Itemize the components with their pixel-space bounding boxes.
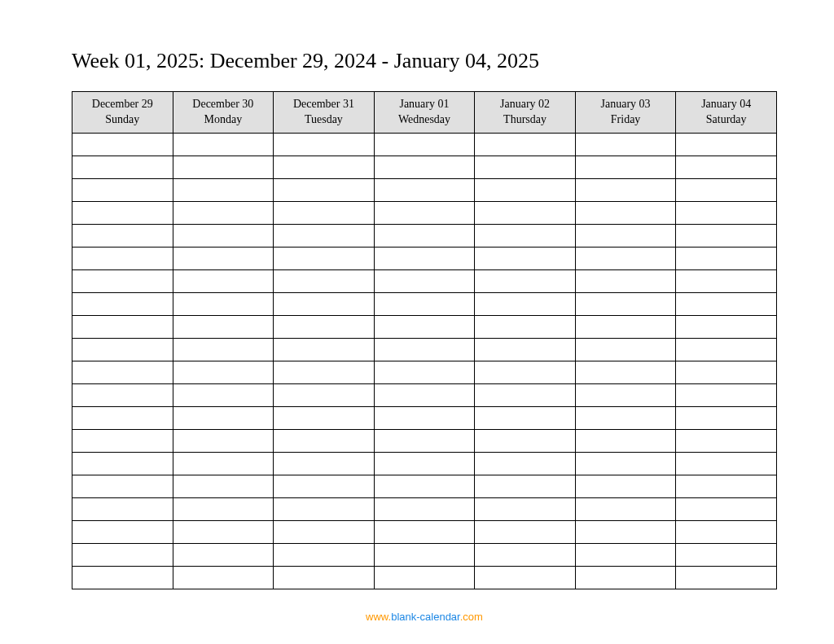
calendar-cell[interactable]: [374, 520, 475, 543]
calendar-cell[interactable]: [72, 497, 173, 520]
calendar-cell[interactable]: [676, 406, 777, 429]
calendar-cell[interactable]: [274, 497, 375, 520]
calendar-cell[interactable]: [676, 133, 777, 156]
calendar-cell[interactable]: [274, 201, 375, 224]
calendar-cell[interactable]: [475, 429, 576, 452]
calendar-cell[interactable]: [676, 224, 777, 247]
calendar-cell[interactable]: [575, 292, 676, 315]
calendar-cell[interactable]: [374, 224, 475, 247]
calendar-cell[interactable]: [475, 543, 576, 566]
calendar-cell[interactable]: [72, 429, 173, 452]
calendar-cell[interactable]: [173, 383, 274, 406]
calendar-cell[interactable]: [274, 543, 375, 566]
calendar-cell[interactable]: [575, 133, 676, 156]
calendar-cell[interactable]: [173, 224, 274, 247]
calendar-cell[interactable]: [676, 543, 777, 566]
calendar-cell[interactable]: [374, 383, 475, 406]
calendar-cell[interactable]: [173, 247, 274, 269]
calendar-cell[interactable]: [274, 566, 375, 589]
calendar-cell[interactable]: [173, 201, 274, 224]
calendar-cell[interactable]: [676, 452, 777, 475]
calendar-cell[interactable]: [374, 133, 475, 156]
calendar-cell[interactable]: [173, 429, 274, 452]
calendar-cell[interactable]: [274, 269, 375, 292]
calendar-cell[interactable]: [173, 292, 274, 315]
calendar-cell[interactable]: [173, 452, 274, 475]
calendar-cell[interactable]: [676, 178, 777, 201]
calendar-cell[interactable]: [475, 315, 576, 338]
calendar-cell[interactable]: [274, 452, 375, 475]
calendar-cell[interactable]: [475, 224, 576, 247]
calendar-cell[interactable]: [575, 178, 676, 201]
calendar-cell[interactable]: [72, 269, 173, 292]
calendar-cell[interactable]: [676, 156, 777, 178]
calendar-cell[interactable]: [575, 429, 676, 452]
calendar-cell[interactable]: [575, 497, 676, 520]
calendar-cell[interactable]: [575, 406, 676, 429]
calendar-cell[interactable]: [173, 361, 274, 383]
calendar-cell[interactable]: [173, 178, 274, 201]
calendar-cell[interactable]: [374, 315, 475, 338]
calendar-cell[interactable]: [72, 361, 173, 383]
calendar-cell[interactable]: [72, 452, 173, 475]
calendar-cell[interactable]: [374, 452, 475, 475]
calendar-cell[interactable]: [173, 520, 274, 543]
calendar-cell[interactable]: [475, 201, 576, 224]
calendar-cell[interactable]: [274, 292, 375, 315]
calendar-cell[interactable]: [374, 361, 475, 383]
calendar-cell[interactable]: [676, 429, 777, 452]
calendar-cell[interactable]: [575, 315, 676, 338]
calendar-cell[interactable]: [676, 566, 777, 589]
calendar-cell[interactable]: [575, 361, 676, 383]
calendar-cell[interactable]: [72, 520, 173, 543]
calendar-cell[interactable]: [676, 269, 777, 292]
calendar-cell[interactable]: [676, 361, 777, 383]
calendar-cell[interactable]: [274, 247, 375, 269]
calendar-cell[interactable]: [374, 543, 475, 566]
calendar-cell[interactable]: [374, 429, 475, 452]
calendar-cell[interactable]: [676, 201, 777, 224]
calendar-cell[interactable]: [274, 406, 375, 429]
calendar-cell[interactable]: [676, 338, 777, 361]
calendar-cell[interactable]: [475, 452, 576, 475]
calendar-cell[interactable]: [475, 133, 576, 156]
calendar-cell[interactable]: [173, 133, 274, 156]
calendar-cell[interactable]: [575, 383, 676, 406]
calendar-cell[interactable]: [173, 156, 274, 178]
calendar-cell[interactable]: [475, 292, 576, 315]
calendar-cell[interactable]: [374, 178, 475, 201]
calendar-cell[interactable]: [374, 566, 475, 589]
calendar-cell[interactable]: [72, 224, 173, 247]
calendar-cell[interactable]: [676, 292, 777, 315]
calendar-cell[interactable]: [72, 133, 173, 156]
calendar-cell[interactable]: [575, 247, 676, 269]
calendar-cell[interactable]: [274, 475, 375, 497]
calendar-cell[interactable]: [374, 497, 475, 520]
calendar-cell[interactable]: [475, 497, 576, 520]
calendar-cell[interactable]: [575, 156, 676, 178]
calendar-cell[interactable]: [72, 383, 173, 406]
calendar-cell[interactable]: [575, 520, 676, 543]
calendar-cell[interactable]: [72, 406, 173, 429]
calendar-cell[interactable]: [274, 520, 375, 543]
calendar-cell[interactable]: [475, 406, 576, 429]
calendar-cell[interactable]: [475, 475, 576, 497]
calendar-cell[interactable]: [575, 201, 676, 224]
calendar-cell[interactable]: [274, 338, 375, 361]
calendar-cell[interactable]: [173, 566, 274, 589]
calendar-cell[interactable]: [274, 133, 375, 156]
calendar-cell[interactable]: [475, 383, 576, 406]
calendar-cell[interactable]: [173, 475, 274, 497]
calendar-cell[interactable]: [374, 406, 475, 429]
calendar-cell[interactable]: [475, 269, 576, 292]
calendar-cell[interactable]: [475, 338, 576, 361]
calendar-cell[interactable]: [274, 315, 375, 338]
calendar-cell[interactable]: [575, 452, 676, 475]
calendar-cell[interactable]: [676, 520, 777, 543]
calendar-cell[interactable]: [374, 156, 475, 178]
calendar-cell[interactable]: [72, 338, 173, 361]
calendar-cell[interactable]: [72, 566, 173, 589]
calendar-cell[interactable]: [72, 178, 173, 201]
calendar-cell[interactable]: [676, 383, 777, 406]
calendar-cell[interactable]: [475, 156, 576, 178]
